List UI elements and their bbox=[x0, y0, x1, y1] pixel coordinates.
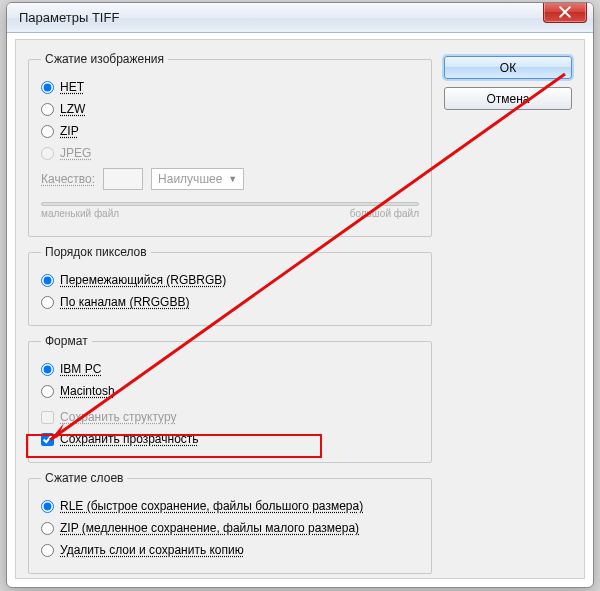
radio-layer-rle[interactable] bbox=[41, 500, 54, 513]
chevron-down-icon: ▼ bbox=[228, 174, 237, 184]
legend-compression: Сжатие изображения bbox=[41, 52, 168, 66]
radio-layer-zip[interactable] bbox=[41, 522, 54, 535]
label-pixel-interleaved: Перемежающийся (RGBRGB) bbox=[60, 273, 226, 287]
label-format-mac: Macintosh bbox=[60, 384, 115, 398]
radio-row-discard[interactable]: Удалить слои и сохранить копию bbox=[41, 541, 419, 559]
ok-button-label: ОК bbox=[500, 61, 516, 75]
ok-button[interactable]: ОК bbox=[444, 56, 572, 79]
group-format: Формат IBM PC Macintosh Сохранить структ… bbox=[28, 334, 432, 463]
label-pixel-perchannel: По каналам (RRGGBB) bbox=[60, 295, 189, 309]
cancel-button-label: Отмена bbox=[486, 92, 529, 106]
slider-label-small: маленький файл bbox=[41, 208, 119, 219]
dropdown-quality-preset: Наилучшее ▼ bbox=[151, 168, 244, 190]
label-compression-none: НЕТ bbox=[60, 80, 84, 94]
radio-row-perchannel[interactable]: По каналам (RRGGBB) bbox=[41, 293, 419, 311]
radio-row-interleaved[interactable]: Перемежающийся (RGBRGB) bbox=[41, 271, 419, 289]
label-format-ibmpc: IBM PC bbox=[60, 362, 101, 376]
radio-pixel-perchannel[interactable] bbox=[41, 296, 54, 309]
label-save-transparency: Сохранить прозрачность bbox=[60, 432, 199, 446]
radio-compression-none[interactable] bbox=[41, 81, 54, 94]
cancel-button[interactable]: Отмена bbox=[444, 87, 572, 110]
dialog-window: Параметры TIFF Сжатие изображения НЕТ LZ… bbox=[6, 2, 594, 588]
radio-row-none[interactable]: НЕТ bbox=[41, 78, 419, 96]
label-save-structure: Сохранить структуру bbox=[60, 410, 176, 424]
titlebar: Параметры TIFF bbox=[7, 3, 593, 33]
label-layer-zip: ZIP (медленное сохранение, файлы малого … bbox=[60, 521, 359, 535]
radio-row-zip[interactable]: ZIP bbox=[41, 122, 419, 140]
dropdown-quality-value: Наилучшее bbox=[158, 172, 222, 186]
label-layer-discard: Удалить слои и сохранить копию bbox=[60, 543, 244, 557]
radio-format-mac[interactable] bbox=[41, 385, 54, 398]
check-row-transparency[interactable]: Сохранить прозрачность bbox=[41, 430, 419, 448]
radio-row-ibmpc[interactable]: IBM PC bbox=[41, 360, 419, 378]
label-compression-jpeg: JPEG bbox=[60, 146, 91, 160]
radio-compression-zip[interactable] bbox=[41, 125, 54, 138]
check-row-structure: Сохранить структуру bbox=[41, 408, 419, 426]
legend-layer-compression: Сжатие слоев bbox=[41, 471, 127, 485]
slider-label-large: большой файл bbox=[350, 208, 419, 219]
radio-compression-lzw[interactable] bbox=[41, 103, 54, 116]
close-icon bbox=[559, 6, 571, 18]
label-quality: Качество: bbox=[41, 172, 95, 186]
input-quality bbox=[103, 168, 143, 190]
quality-slider: маленький файл большой файл bbox=[41, 198, 419, 226]
checkbox-save-transparency[interactable] bbox=[41, 433, 54, 446]
radio-format-ibmpc[interactable] bbox=[41, 363, 54, 376]
close-button[interactable] bbox=[543, 2, 587, 23]
label-layer-rle: RLE (быстрое сохранение, файлы большого … bbox=[60, 499, 363, 513]
legend-pixel-order: Порядок пикселов bbox=[41, 245, 151, 259]
radio-row-rle[interactable]: RLE (быстрое сохранение, файлы большого … bbox=[41, 497, 419, 515]
radio-compression-jpeg bbox=[41, 147, 54, 160]
client-area: Сжатие изображения НЕТ LZW ZIP bbox=[15, 39, 585, 579]
slider-track bbox=[41, 202, 419, 206]
label-compression-zip: ZIP bbox=[60, 124, 79, 138]
radio-row-mac[interactable]: Macintosh bbox=[41, 382, 419, 400]
radio-row-layerzip[interactable]: ZIP (медленное сохранение, файлы малого … bbox=[41, 519, 419, 537]
checkbox-save-structure bbox=[41, 411, 54, 424]
radio-row-lzw[interactable]: LZW bbox=[41, 100, 419, 118]
group-pixel-order: Порядок пикселов Перемежающийся (RGBRGB)… bbox=[28, 245, 432, 326]
legend-format: Формат bbox=[41, 334, 92, 348]
radio-row-jpeg: JPEG bbox=[41, 144, 419, 162]
group-layer-compression: Сжатие слоев RLE (быстрое сохранение, фа… bbox=[28, 471, 432, 574]
group-compression: Сжатие изображения НЕТ LZW ZIP bbox=[28, 52, 432, 237]
radio-pixel-interleaved[interactable] bbox=[41, 274, 54, 287]
radio-layer-discard[interactable] bbox=[41, 544, 54, 557]
quality-row: Качество: Наилучшее ▼ bbox=[41, 168, 419, 190]
label-compression-lzw: LZW bbox=[60, 102, 85, 116]
window-title: Параметры TIFF bbox=[19, 10, 119, 25]
